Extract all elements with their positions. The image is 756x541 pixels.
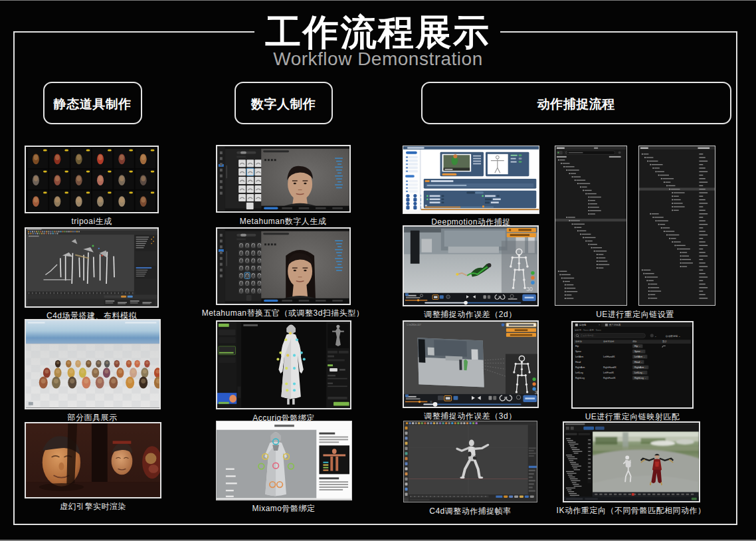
svg-text:重设: 重设 bbox=[662, 340, 667, 343]
svg-text:LeftArm: LeftArm bbox=[575, 356, 583, 358]
svg-text:RightLeg: RightLeg bbox=[575, 377, 585, 379]
svg-text:LeftFootIK: LeftFootIK bbox=[603, 372, 614, 374]
svg-text:RightFootIK: RightFootIK bbox=[603, 377, 616, 379]
svg-text:正在筛选内容...: 正在筛选内容... bbox=[581, 334, 596, 337]
svg-text:Spine ⌄: Spine ⌄ bbox=[634, 350, 643, 353]
svg-text:Hip ⌄: Hip ⌄ bbox=[634, 345, 640, 348]
svg-text:×: × bbox=[599, 323, 600, 326]
svg-text:LeftLeg: LeftLeg bbox=[575, 372, 583, 374]
svg-text:Head ⌄: Head ⌄ bbox=[634, 361, 642, 364]
svg-text:RightLeg ⌄: RightLeg ⌄ bbox=[634, 377, 646, 379]
svg-text:31: 31 bbox=[430, 401, 432, 403]
svg-text:目标链: 目标链 bbox=[575, 340, 583, 343]
svg-text:LeftHandIK: LeftHandIK bbox=[603, 356, 615, 358]
svg-text:⌄: ⌄ bbox=[654, 334, 656, 338]
svg-text:LeftLeg ⌄: LeftLeg ⌄ bbox=[634, 372, 645, 374]
svg-text:Head: Head bbox=[575, 361, 581, 364]
svg-text:运动链: 运动链 bbox=[579, 324, 587, 326]
svg-text:RightArm ⌄: RightArm ⌄ bbox=[634, 366, 647, 369]
svg-text:目标IK目标: 目标IK目标 bbox=[603, 340, 614, 343]
svg-text:Spine: Spine bbox=[575, 350, 581, 353]
svg-text:30: 30 bbox=[526, 286, 533, 292]
svg-text:自动映射链 ⌄: 自动映射链 ⌄ bbox=[666, 334, 681, 338]
svg-text:C:/m280m.007: C:/m280m.007 bbox=[407, 324, 421, 326]
svg-text:LeftArm ⌄: LeftArm ⌄ bbox=[634, 356, 645, 358]
svg-text:目标骨 : None 源骨 : None: 目标骨 : None 源骨 : None bbox=[575, 328, 601, 332]
svg-text:源链: 源链 bbox=[632, 340, 637, 343]
svg-text:RightArm: RightArm bbox=[575, 366, 585, 369]
svg-text:Hip: Hip bbox=[575, 345, 579, 348]
svg-text:资产浏览器: 资产浏览器 bbox=[609, 324, 621, 326]
svg-text:RightHandIK: RightHandIK bbox=[603, 366, 617, 369]
